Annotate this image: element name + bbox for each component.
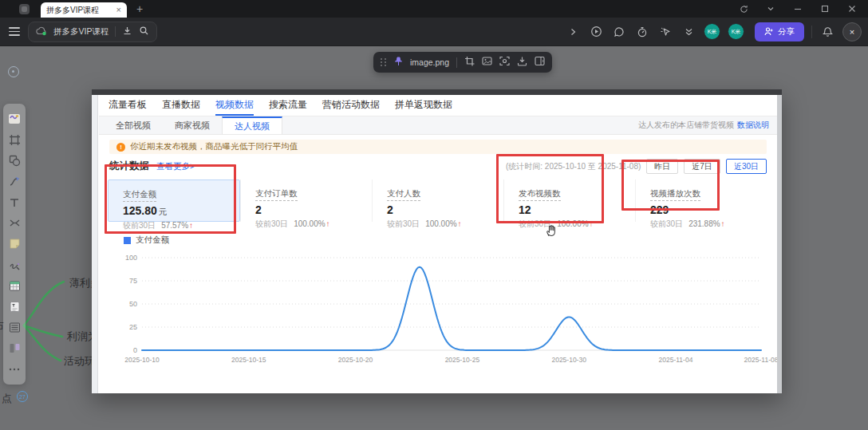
tool-resize-icon[interactable] [7, 216, 22, 231]
legend-swatch-icon [124, 237, 131, 244]
refresh-icon[interactable] [736, 1, 752, 17]
svg-text:25: 25 [129, 323, 137, 331]
warning-text: 你近期未发布视频，商品曝光低于同行平均值 [130, 141, 298, 152]
download-image-icon[interactable] [517, 55, 527, 69]
svg-text:50: 50 [129, 300, 137, 308]
tab-title: 拼多多VIP课程 [46, 5, 116, 16]
maximize-icon[interactable] [817, 1, 833, 17]
trend-chart: 02550751002025-10-102025-10-152025-10-20… [110, 248, 777, 373]
tool-connector-icon[interactable] [7, 174, 22, 188]
svg-text:2025-10-15: 2025-10-15 [231, 356, 266, 364]
tab-search-traffic[interactable]: 搜索流量 [269, 95, 307, 116]
collapse-toolbar-icon[interactable] [681, 24, 696, 40]
chart-legend: 支付金额 [124, 235, 777, 246]
cloud-sync-icon [36, 25, 47, 39]
hand-cursor-icon [544, 223, 558, 241]
tool-text-icon[interactable] [7, 195, 22, 210]
sub-tabs: 全部视频 商家视频 达人视频 达人发布的本店铺带货视频 数据说明 [99, 116, 777, 135]
analytics-dashboard-image[interactable]: 流量看板 直播数据 视频数据 搜索流量 营销活动数据 拼单返现数据 全部视频 商… [92, 89, 782, 393]
range-30d-button[interactable]: 近30日 [726, 159, 767, 174]
data-explain-link[interactable]: 数据说明 [737, 120, 769, 131]
search-icon[interactable] [139, 25, 149, 39]
warning-icon: ! [116, 143, 125, 152]
svg-text:2025-10-25: 2025-10-25 [445, 356, 480, 364]
svg-text:0: 0 [133, 346, 137, 354]
tool-templates-icon[interactable] [7, 112, 22, 126]
annotation-rect-videos-published[interactable] [496, 154, 604, 223]
app-toolbar: 拼多多VIP课程 K米 K米 分享 × [0, 18, 868, 46]
divider [456, 57, 457, 68]
svg-text:2025-10-10: 2025-10-10 [124, 356, 160, 364]
play-demo-icon[interactable] [588, 24, 604, 40]
svg-text:2025-10-20: 2025-10-20 [338, 356, 373, 364]
svg-text:100: 100 [125, 254, 137, 262]
svg-text:2025-11-08: 2025-11-08 [744, 356, 777, 364]
tool-list-icon[interactable] [7, 320, 22, 334]
laser-pointer-icon[interactable] [657, 24, 673, 40]
browser-tab-bar: 拼多多VIP课程 × + [0, 0, 868, 18]
close-window-icon[interactable] [844, 1, 860, 17]
tool-shapes-icon[interactable] [7, 153, 22, 168]
tool-kanban-icon[interactable] [7, 341, 22, 356]
dashboard-scrollbar[interactable] [777, 95, 782, 393]
main-tabs: 流量看板 直播数据 视频数据 搜索流量 营销活动数据 拼单返现数据 [99, 95, 777, 116]
tab-video-data[interactable]: 视频数据 [215, 95, 254, 116]
tool-sticky-note-icon[interactable] [7, 237, 22, 251]
collaborator-avatar[interactable]: K米 [728, 23, 744, 40]
tab-live-data[interactable]: 直播数据 [162, 95, 200, 116]
annotation-rect-video-plays[interactable] [621, 160, 720, 211]
svg-text:2025-11-04: 2025-11-04 [659, 356, 693, 364]
svg-text:2025-10-30: 2025-10-30 [551, 356, 586, 364]
comment-icon[interactable] [611, 24, 627, 40]
new-tab-button[interactable]: + [136, 3, 143, 14]
card-pay-users[interactable]: 支付人数 2 较前30日100.00%↑ [372, 179, 503, 222]
collaborator-avatar[interactable]: K米 [704, 23, 720, 40]
timer-icon[interactable] [634, 24, 650, 40]
chevron-down-icon[interactable] [763, 1, 779, 17]
user-avatar-close[interactable]: × [842, 22, 862, 41]
notification-bell-icon[interactable] [819, 24, 835, 40]
expand-right-icon[interactable] [565, 24, 581, 40]
open-panel-icon[interactable] [535, 55, 545, 69]
drag-handle-icon[interactable] [381, 58, 387, 66]
legend-label: 支付金额 [136, 235, 169, 246]
tool-table-icon[interactable] [7, 278, 22, 293]
dashboard-left-strip [92, 95, 98, 393]
tab-traffic-board[interactable]: 流量看板 [108, 95, 147, 116]
tool-frame-icon[interactable] [7, 132, 22, 147]
subtab-influencer-videos[interactable]: 达人视频 [222, 116, 282, 134]
tool-more-icon[interactable] [7, 362, 22, 377]
browser-tab[interactable]: 拼多多VIP课程 × [41, 2, 127, 18]
menu-icon[interactable] [9, 27, 20, 36]
crop-icon[interactable] [464, 55, 475, 69]
tool-text-doc-icon[interactable] [7, 299, 22, 314]
download-icon[interactable] [122, 25, 132, 39]
tab-cashback-data[interactable]: 拼单返现数据 [395, 95, 452, 116]
zoom-preview-icon[interactable] [499, 55, 510, 69]
tool-pen-icon[interactable] [7, 258, 22, 272]
minimize-icon[interactable] [790, 1, 806, 17]
tab-marketing-data[interactable]: 营销活动数据 [322, 95, 380, 116]
browser-app-icon [19, 4, 30, 14]
divider [811, 26, 812, 38]
dashboard-top-strip [92, 89, 782, 95]
image-context-toolbar: image.png [373, 52, 552, 73]
divider [115, 26, 116, 37]
subtab-merchant-videos[interactable]: 商家视频 [163, 116, 222, 134]
share-button[interactable]: 分享 [755, 22, 804, 41]
document-pill[interactable]: 拼多多VIP课程 [28, 22, 157, 42]
whiteboard-canvas[interactable]: 薄利多销 利润为主 活动玩法 占 点 27 image.png [0, 46, 868, 430]
tool-panel [3, 104, 26, 385]
canvas-bottom-label: 点 [2, 392, 12, 406]
tab-close-icon[interactable]: × [116, 6, 121, 14]
pin-icon[interactable] [394, 55, 403, 69]
header-note: 达人发布的本店铺带货视频 [638, 120, 734, 131]
annotation-rect-pay-amount[interactable] [105, 164, 236, 234]
up-arrow-icon: ↑ [458, 219, 462, 228]
subtab-all-videos[interactable]: 全部视频 [104, 116, 163, 134]
image-filename: image.png [410, 57, 449, 67]
up-arrow-icon: ↑ [721, 219, 725, 228]
card-pay-orders[interactable]: 支付订单数 2 较前30日100.00%↑ [240, 179, 372, 222]
document-title: 拼多多VIP课程 [53, 26, 108, 37]
replace-image-icon[interactable] [482, 55, 492, 69]
